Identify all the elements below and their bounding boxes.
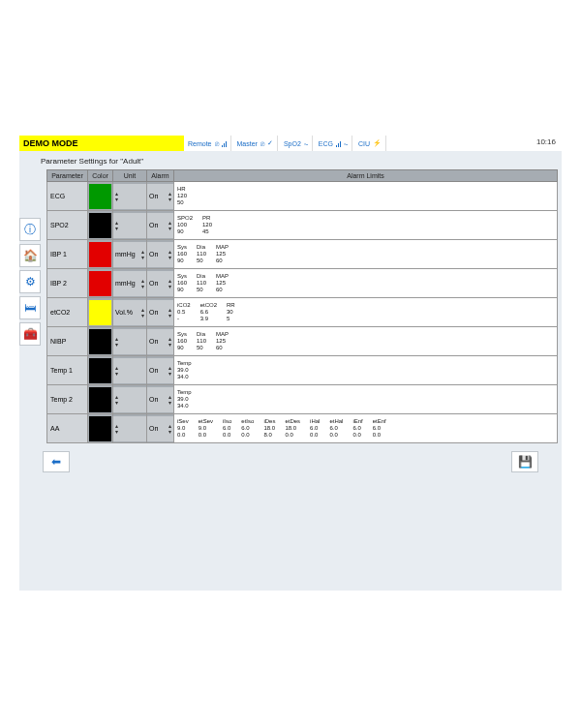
limits-cell[interactable]: Sys16090Dia11050MAP12560 — [174, 269, 558, 298]
sidebar-bed-button[interactable]: 🛏 — [19, 296, 41, 319]
color-cell[interactable] — [88, 385, 113, 414]
alarm-cell[interactable]: On▴▾ — [147, 240, 174, 269]
alarm-picker[interactable]: On▴▾ — [147, 387, 173, 412]
alarm-picker[interactable]: On▴▾ — [147, 329, 173, 354]
unit-picker[interactable]: ▴▾ — [113, 329, 146, 354]
table-row: NIBP▴▾On▴▾Sys16090Dia11050MAP12560 — [47, 327, 558, 356]
alarm-cell[interactable]: On▴▾ — [147, 356, 174, 385]
alarm-cell[interactable]: On▴▾ — [147, 327, 174, 356]
unit-picker[interactable]: ▴▾ — [113, 213, 146, 238]
alarm-cell[interactable]: On▴▾ — [147, 269, 174, 298]
limit-header: Sys — [177, 331, 187, 338]
status-spo2[interactable]: SpO2 ⏦ — [280, 136, 313, 151]
stepper-arrows-icon[interactable]: ▴▾ — [141, 278, 144, 289]
back-button[interactable]: ⬅ — [43, 451, 70, 472]
color-cell[interactable] — [88, 327, 113, 356]
unit-cell[interactable]: ▴▾ — [113, 327, 147, 356]
alarm-picker[interactable]: On▴▾ — [147, 300, 173, 325]
limit-low: 8.0 — [263, 432, 275, 439]
unit-picker[interactable]: ▴▾ — [113, 358, 146, 383]
limit-column: Temp39.034.0 — [177, 389, 192, 410]
stepper-arrows-icon[interactable]: ▴▾ — [168, 423, 171, 435]
signal-icon — [336, 140, 341, 147]
status-ciu[interactable]: CIU ⚡ — [354, 136, 386, 151]
limits-columns: Sys16090Dia11050MAP12560 — [177, 331, 554, 352]
alarm-cell[interactable]: On▴▾ — [147, 182, 174, 211]
unit-picker[interactable]: mmHg▴▾ — [113, 242, 146, 267]
sidebar-home-button[interactable]: 🏠 — [19, 244, 41, 267]
stepper-arrows-icon[interactable]: ▴▾ — [115, 336, 118, 348]
unit-cell[interactable]: mmHg▴▾ — [113, 269, 147, 298]
limit-low: 5 — [227, 316, 235, 322]
stepper-arrows-icon[interactable]: ▴▾ — [168, 278, 171, 289]
color-cell[interactable] — [88, 414, 113, 443]
alarm-picker[interactable]: On▴▾ — [147, 213, 173, 238]
stepper-arrows-icon[interactable]: ▴▾ — [115, 365, 118, 377]
status-ecg[interactable]: ECG ⏦ — [315, 136, 352, 151]
unit-cell[interactable]: ▴▾ — [113, 356, 147, 385]
color-cell[interactable] — [88, 269, 113, 298]
unit-cell[interactable]: mmHg▴▾ — [113, 240, 147, 269]
stepper-arrows-icon[interactable]: ▴▾ — [115, 220, 118, 231]
stepper-arrows-icon[interactable]: ▴▾ — [168, 220, 171, 231]
status-master[interactable]: Master ⎚ ✓ — [233, 136, 278, 151]
unit-picker[interactable]: ▴▾ — [113, 387, 146, 412]
sidebar-kit-button[interactable]: 🧰 — [19, 322, 41, 346]
limit-high: 6.0 — [241, 425, 254, 432]
unit-picker[interactable]: mmHg▴▾ — [113, 271, 146, 296]
stepper-arrows-icon[interactable]: ▴▾ — [168, 365, 171, 377]
color-cell[interactable] — [88, 240, 113, 269]
stepper-arrows-icon[interactable]: ▴▾ — [168, 249, 171, 260]
unit-cell[interactable]: Vol.%▴▾ — [113, 298, 147, 327]
stepper-arrows-icon[interactable]: ▴▾ — [141, 307, 144, 318]
limit-column: Dia11050 — [197, 331, 206, 352]
limits-cell[interactable]: iCO20.5-etCO26.63.9RR305 — [174, 298, 558, 327]
stepper-arrows-icon[interactable]: ▴▾ — [115, 191, 118, 202]
color-cell[interactable] — [88, 356, 113, 385]
limits-cell[interactable]: HR12050 — [174, 182, 558, 211]
alarm-picker[interactable]: On▴▾ — [147, 358, 173, 383]
stepper-arrows-icon[interactable]: ▴▾ — [168, 191, 171, 202]
stepper-arrows-icon[interactable]: ▴▾ — [115, 394, 118, 406]
unit-cell[interactable]: ▴▾ — [113, 414, 147, 443]
status-remote[interactable]: Remote ⎚ — [184, 136, 231, 151]
alarm-cell[interactable]: On▴▾ — [147, 385, 174, 414]
unit-picker[interactable]: Vol.%▴▾ — [113, 300, 146, 325]
limits-cell[interactable]: Sys16090Dia11050MAP12560 — [174, 327, 558, 356]
alarm-cell[interactable]: On▴▾ — [147, 298, 174, 327]
limit-low: 90 — [177, 345, 187, 351]
color-cell[interactable] — [88, 182, 113, 211]
limits-cell[interactable]: iSev9.00.0etSev9.00.0iIso6.00.0etIso6.00… — [174, 414, 558, 443]
sidebar-settings-button[interactable]: ⚙ — [19, 270, 41, 293]
stepper-arrows-icon[interactable]: ▴▾ — [168, 336, 171, 348]
color-cell[interactable] — [88, 211, 113, 240]
unit-cell[interactable]: ▴▾ — [113, 211, 147, 240]
alarm-picker[interactable]: On▴▾ — [147, 271, 173, 296]
unit-picker[interactable]: ▴▾ — [113, 184, 146, 209]
limit-high: 6.0 — [310, 425, 320, 432]
limits-cell[interactable]: Temp39.034.0 — [174, 385, 558, 414]
unit-cell[interactable]: ▴▾ — [113, 385, 147, 414]
limits-cell[interactable]: Temp39.034.0 — [174, 356, 558, 385]
stepper-arrows-icon[interactable]: ▴▾ — [168, 394, 171, 406]
alarm-picker[interactable]: On▴▾ — [147, 242, 173, 267]
stepper-arrows-icon[interactable]: ▴▾ — [115, 423, 118, 435]
stepper-arrows-icon[interactable]: ▴▾ — [168, 307, 171, 318]
limits-cell[interactable]: Sys16090Dia11050MAP12560 — [174, 240, 558, 269]
alarm-picker[interactable]: On▴▾ — [147, 184, 173, 209]
limit-column: MAP12560 — [216, 331, 229, 352]
save-button[interactable]: 💾 — [511, 451, 538, 472]
limit-column: PR12045 — [202, 215, 212, 236]
alarm-cell[interactable]: On▴▾ — [147, 414, 174, 443]
status-label: SpO2 — [284, 140, 301, 147]
color-cell[interactable] — [88, 298, 113, 327]
stepper-arrows-icon[interactable]: ▴▾ — [141, 249, 144, 260]
sidebar-patient-button[interactable]: ⓘ — [19, 218, 41, 241]
unit-picker[interactable]: ▴▾ — [113, 416, 146, 441]
limit-low: 50 — [197, 258, 206, 264]
unit-cell[interactable]: ▴▾ — [113, 182, 147, 211]
limits-cell[interactable]: SPO210090PR12045 — [174, 211, 558, 240]
alarm-cell[interactable]: On▴▾ — [147, 211, 174, 240]
param-cell: IBP 2 — [47, 269, 88, 298]
alarm-picker[interactable]: On▴▾ — [147, 416, 173, 441]
